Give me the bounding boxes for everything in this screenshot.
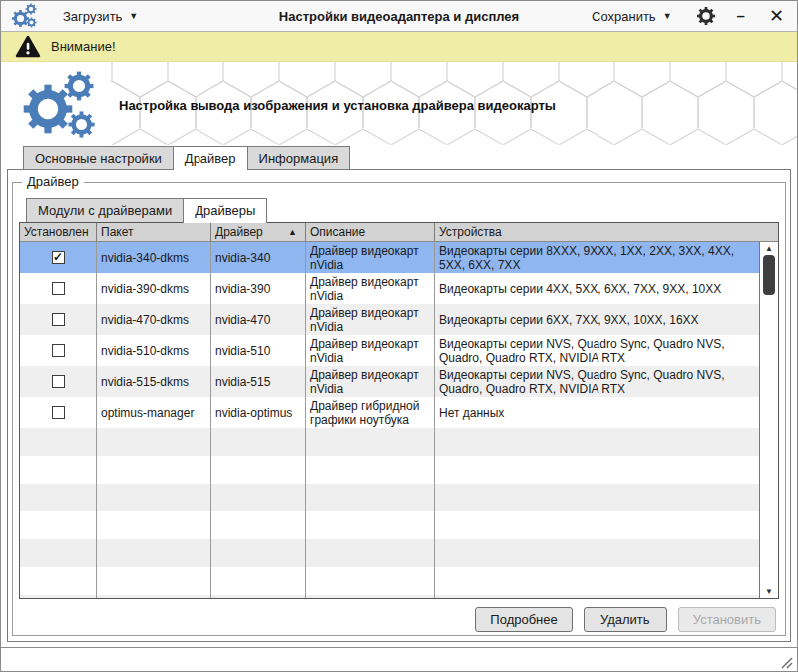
scroll-up-icon[interactable]: ▲: [760, 244, 778, 253]
empty-cell: [20, 456, 97, 484]
table-row-empty: [20, 428, 759, 456]
action-button-row: ПодробнееУдалитьУстановить: [18, 599, 780, 632]
warning-text: Внимание!: [51, 39, 116, 54]
app-window: Загрузить ▼ Настройки видеоадаптера и ди…: [0, 0, 798, 672]
chevron-down-icon: ▼: [663, 11, 672, 21]
tab-driver[interactable]: Драйвер: [173, 146, 248, 170]
checkbox-unchecked[interactable]: [52, 375, 65, 388]
vertical-scrollbar[interactable]: ▲ ▼: [759, 242, 778, 598]
column-header-driver[interactable]: Драйвер ▲: [211, 223, 306, 241]
empty-cell: [20, 511, 97, 539]
description-cell: Драйвер видеокарт nVidia: [306, 242, 435, 273]
empty-cell: [306, 511, 435, 539]
warning-triangle-icon: [15, 35, 41, 58]
scrollbar-thumb[interactable]: [763, 255, 775, 295]
table-row[interactable]: nvidia-515-dkmsnvidia-515Драйвер видеока…: [20, 366, 759, 397]
empty-cell: [211, 511, 306, 539]
details-button[interactable]: Подробнее: [475, 607, 572, 632]
empty-cell: [97, 539, 211, 567]
remove-button[interactable]: Удалить: [584, 607, 667, 632]
installed-cell: [20, 304, 97, 335]
tab-drivers[interactable]: Драйверы: [183, 198, 267, 223]
driver-cell: nvidia-515: [211, 366, 306, 397]
load-menu-button[interactable]: Загрузить ▼: [57, 6, 144, 27]
resize-grip[interactable]: [780, 656, 793, 669]
description-cell: Драйвер гибридной графики ноутбука: [306, 397, 435, 428]
save-menu-button[interactable]: Сохранить ▼: [586, 6, 678, 27]
empty-cell: [20, 595, 97, 598]
description-cell: Драйвер видеокарт nVidia: [306, 273, 435, 304]
empty-cell: [306, 484, 435, 511]
warning-banner: Внимание!: [1, 32, 797, 62]
table-row[interactable]: nvidia-390-dkmsnvidia-390Драйвер видеока…: [20, 273, 759, 304]
empty-cell: [306, 456, 435, 484]
table-row-empty: [20, 456, 759, 484]
table-row-empty: [20, 511, 759, 539]
column-header-installed[interactable]: Установлен: [20, 223, 97, 241]
installed-cell: ✓: [20, 242, 97, 273]
driver-sub-tab-bar: Модули с драйверами Драйверы: [18, 196, 780, 222]
empty-cell: [435, 484, 759, 511]
empty-cell: [97, 456, 211, 484]
settings-gear-icon[interactable]: [696, 6, 716, 26]
installed-cell: [20, 366, 97, 397]
main-tab-bar: Основные настройки Драйвер Информация: [1, 145, 797, 169]
tab-driver-modules[interactable]: Модули с драйверами: [26, 198, 184, 222]
package-cell: nvidia-390-dkms: [97, 273, 211, 304]
driver-tab-pane: Драйвер Модули с драйверами Драйверы Уст…: [7, 169, 791, 642]
empty-cell: [211, 484, 306, 511]
page-title: Настройка вывода изображения и установка…: [119, 98, 556, 113]
empty-cell: [435, 511, 759, 539]
empty-cell: [306, 539, 435, 567]
scroll-down-icon[interactable]: ▼: [760, 587, 778, 596]
checkbox-unchecked[interactable]: [52, 282, 65, 295]
table-rows: ✓nvidia-340-dkmsnvidia-340Драйвер видеок…: [20, 242, 759, 598]
package-cell: nvidia-470-dkms: [97, 304, 211, 335]
empty-cell: [306, 567, 435, 595]
package-cell: nvidia-515-dkms: [97, 366, 211, 397]
empty-cell: [211, 595, 306, 598]
devices-cell: Видеокарты серии NVS, Quadro Sync, Quadr…: [435, 335, 759, 366]
driver-cell: nvidia-390: [211, 273, 306, 304]
group-box-label: Драйвер: [22, 174, 84, 189]
empty-cell: [435, 567, 759, 595]
column-header-description[interactable]: Описание: [306, 223, 435, 241]
checkbox-unchecked[interactable]: [52, 344, 65, 357]
driver-cell: nvidia-510: [211, 335, 306, 366]
checkbox-unchecked[interactable]: [52, 313, 65, 326]
empty-cell: [211, 567, 306, 595]
load-menu-label: Загрузить: [63, 9, 122, 24]
column-header-devices[interactable]: Устройства: [435, 223, 778, 241]
table-row-empty: [20, 484, 759, 511]
driver-cell: nvidia-340: [211, 242, 306, 273]
empty-cell: [97, 484, 211, 511]
table-row[interactable]: ✓nvidia-340-dkmsnvidia-340Драйвер видеок…: [20, 242, 759, 273]
tab-main-settings[interactable]: Основные настройки: [23, 146, 174, 169]
table-row[interactable]: optimus-managernvidia-optimusДрайвер гиб…: [20, 397, 759, 428]
driver-cell: nvidia-470: [211, 304, 306, 335]
tab-information[interactable]: Информация: [247, 146, 351, 169]
empty-cell: [20, 539, 97, 567]
table-row-empty: [20, 567, 759, 595]
checkbox-checked[interactable]: ✓: [52, 251, 65, 264]
empty-cell: [306, 428, 435, 456]
sort-ascending-icon: ▲: [288, 227, 301, 237]
table-body: ✓nvidia-340-dkmsnvidia-340Драйвер видеок…: [20, 242, 778, 598]
table-row[interactable]: nvidia-510-dkmsnvidia-510Драйвер видеока…: [20, 335, 759, 366]
installed-cell: [20, 397, 97, 428]
gears-logo-icon: [21, 70, 113, 140]
checkbox-unchecked[interactable]: [52, 406, 65, 419]
minimize-button[interactable]: –: [734, 11, 748, 21]
empty-cell: [435, 539, 759, 567]
table-row[interactable]: nvidia-470-dkmsnvidia-470Драйвер видеока…: [20, 304, 759, 335]
driver-cell: nvidia-optimus: [211, 397, 306, 428]
empty-cell: [20, 428, 97, 456]
table-row-empty: [20, 539, 759, 567]
column-header-driver-label: Драйвер: [215, 225, 263, 239]
empty-cell: [97, 511, 211, 539]
status-bar: [1, 647, 797, 671]
close-button[interactable]: ✕: [766, 9, 787, 23]
column-header-package[interactable]: Пакет: [97, 223, 211, 241]
package-cell: nvidia-510-dkms: [97, 335, 211, 366]
chevron-down-icon: ▼: [129, 11, 138, 21]
